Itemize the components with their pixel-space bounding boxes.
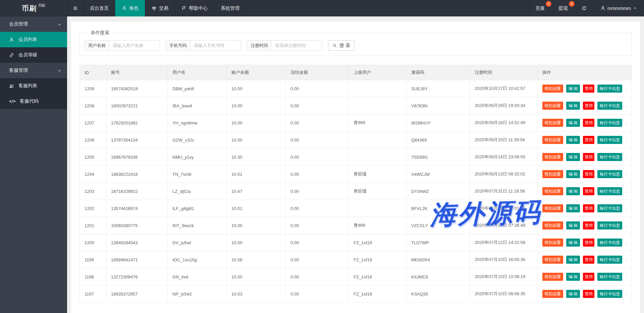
more-actions[interactable]: .. [625,155,628,159]
more-actions[interactable]: .. [625,292,628,296]
bank-card-info-button[interactable]: 银行卡信息 [597,221,622,229]
cell-register-time: 2020年07月12日 14:22:58 [470,234,538,251]
nav-item-dashboard[interactable]: 后台首页 [83,0,115,16]
edit-button[interactable]: 编 辑 [566,85,580,93]
more-actions[interactable]: .. [625,274,628,279]
user-menu[interactable]: mmmmmm [595,0,644,16]
hidden-deduction-button[interactable]: 暗扣设置 [542,290,563,298]
recharge-button[interactable]: 充值 0 [530,0,553,16]
hidden-deduction-button[interactable]: 暗扣设置 [542,102,563,110]
hidden-deduction-button[interactable]: 暗扣设置 [542,170,563,178]
disable-button[interactable]: 禁用 [583,119,594,127]
bank-card-info-button[interactable]: 银行卡信息 [597,102,622,110]
disable-button[interactable]: 禁用 [583,153,594,161]
edit-button[interactable]: 编 辑 [566,119,580,127]
more-actions[interactable]: .. [625,172,628,176]
disable-button[interactable]: 禁用 [583,136,594,144]
more-actions[interactable]: .. [625,189,628,194]
edit-button[interactable]: 编 辑 [566,170,580,178]
withdraw-label: 提现 [558,5,568,11]
edit-button[interactable]: 编 辑 [566,102,580,110]
refresh-button[interactable] [576,0,595,16]
sidebar-item-member-list[interactable]: 会员列表 [0,32,67,47]
disable-button[interactable]: 禁用 [583,102,594,110]
bank-card-info-button[interactable]: 银行卡信息 [597,273,622,281]
more-actions[interactable]: .. [625,223,628,228]
disable-button[interactable]: 禁用 [583,187,594,195]
sidebar: 会员管理 会员列表 会员等级 客服管理 客服列表 </> 客服代码 [0,16,67,313]
phone-input[interactable] [191,41,241,50]
column-header: 注册时间 [470,65,538,80]
bank-card-info-button[interactable]: 银行卡信息 [597,290,622,298]
more-actions[interactable]: .. [625,138,628,142]
disable-button[interactable]: 禁用 [583,85,594,93]
hidden-deduction-button[interactable]: 暗扣设置 [542,153,563,161]
edit-button[interactable]: 编 辑 [566,273,580,281]
more-actions[interactable]: .. [625,103,628,108]
bank-card-info-button[interactable]: 银行卡信息 [597,256,622,264]
hidden-deduction-button[interactable]: 暗扣设置 [542,187,563,195]
bank-card-info-button[interactable]: 银行卡信息 [597,187,622,195]
hidden-deduction-button[interactable]: 暗扣设置 [542,273,563,281]
hidden-deduction-button[interactable]: 暗扣设置 [542,119,563,127]
disable-button[interactable]: 禁用 [583,239,594,247]
edit-button[interactable]: 编 辑 [566,187,580,195]
hidden-deduction-button[interactable]: 暗扣设置 [542,204,563,212]
edit-button[interactable]: 编 辑 [566,290,580,298]
sidebar-item-service-code[interactable]: </> 客服代码 [0,94,67,109]
logo-subtext: 币刷 [38,3,45,8]
cell-parent-user: FZ_1sf19 [349,268,407,285]
more-actions[interactable]: .. [625,206,628,211]
disable-button[interactable]: 禁用 [583,256,594,264]
nav-item-help-center[interactable]: 帮助中心 [175,0,214,16]
edit-button[interactable]: 编 辑 [566,204,580,212]
sidebar-group-member-management[interactable]: 会员管理 [0,16,67,32]
more-actions[interactable]: .. [625,257,628,262]
hidden-deduction-button[interactable]: 暗扣设置 [542,136,563,144]
more-actions[interactable]: .. [625,240,628,245]
hidden-deduction-button[interactable]: 暗扣设置 [542,85,563,93]
edit-button[interactable]: 编 辑 [566,221,580,229]
edit-button[interactable]: 编 辑 [566,136,580,144]
nav-item-system-settings[interactable]: 系统管理 [214,0,246,16]
cell-account: 13574416974 [106,200,168,217]
app-logo[interactable]: 币刷 币刷 [0,0,67,16]
disable-button[interactable]: 禁用 [583,204,594,212]
edit-button[interactable]: 编 辑 [566,239,580,247]
table-row: 120318716329922LZ_dj52a10.470.00青筋懂DY34W… [80,183,632,200]
withdraw-badge: 0 [569,1,575,7]
sidebar-item-member-level[interactable]: 会员等级 [0,47,67,63]
bank-card-info-button[interactable]: 银行卡信息 [597,153,622,161]
bank-card-info-button[interactable]: 银行卡信息 [597,170,622,178]
nav-item-roles[interactable]: 角色 [115,0,145,16]
bank-card-info-button[interactable]: 银行卡信息 [597,85,622,93]
hidden-deduction-button[interactable]: 暗扣设置 [542,221,563,229]
column-header: 上级用户 [349,65,407,80]
bank-card-info-button[interactable]: 银行卡信息 [597,119,622,127]
nav-item-label: 帮助中心 [189,5,208,11]
nav-item-transactions[interactable]: 交易 [145,0,175,16]
hidden-deduction-button[interactable]: 暗扣设置 [542,239,563,247]
register-time-input[interactable] [272,41,322,50]
withdraw-button[interactable]: 提现 0 [553,0,576,16]
edit-button[interactable]: 编 辑 [566,256,580,264]
cell-username: NMU_y1xy [168,149,227,166]
bank-card-info-button[interactable]: 银行卡信息 [597,239,622,247]
more-actions[interactable]: .. [625,120,628,125]
table-row: 120213574416974ILF_g4gi8110.010.00BFVL2K… [80,200,632,217]
disable-button[interactable]: 禁用 [583,170,594,178]
sidebar-group-service-management[interactable]: 客服管理 [0,63,67,78]
disable-button[interactable]: 禁用 [583,221,594,229]
bank-card-info-button[interactable]: 银行卡信息 [597,204,622,212]
sidebar-item-service-list[interactable]: 客服列表 [0,78,67,94]
username-input[interactable] [109,41,160,50]
disable-button[interactable]: 禁用 [583,273,594,281]
bank-card-info-button[interactable]: 银行卡信息 [597,136,622,144]
edit-button[interactable]: 编 辑 [566,153,580,161]
disable-button[interactable]: 禁用 [583,290,594,298]
more-actions[interactable]: .. [625,86,628,91]
menu-toggle-button[interactable] [67,0,83,16]
cell-frozen: 0.00 [286,80,349,97]
hidden-deduction-button[interactable]: 暗扣设置 [542,256,563,264]
search-button[interactable]: 搜 索 [328,40,355,51]
